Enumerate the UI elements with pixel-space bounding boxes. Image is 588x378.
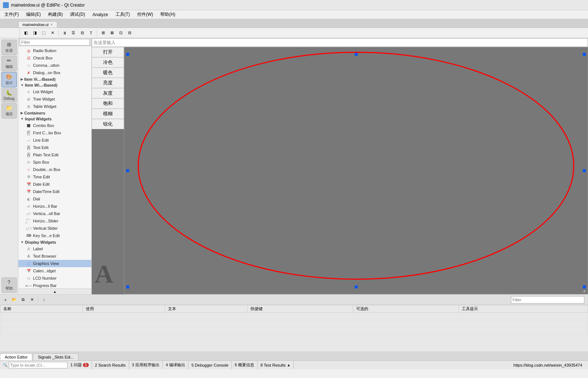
toolbar-btn-2[interactable]: ◨	[31, 29, 39, 37]
toolbar-btn-11[interactable]: ⊡	[117, 29, 125, 37]
widget-item-label[interactable]: Label	[18, 245, 91, 252]
btn-open[interactable]: 打开	[92, 47, 124, 57]
toolbar-btn-10[interactable]: ⊠	[108, 29, 116, 37]
handle-right[interactable]	[583, 169, 586, 172]
tab-signals-slots[interactable]: Signals _Slots Edi...	[33, 353, 78, 360]
widget-item-progressbar[interactable]: Progress Bar	[18, 282, 91, 288]
tab-mainwindow[interactable]: mainwindow.ui ✕	[18, 21, 57, 28]
mode-edit[interactable]: ✏ 编辑	[1, 56, 17, 71]
category-display[interactable]: ▼ Display Widgets	[18, 239, 91, 245]
widget-item-checkbox[interactable]: Check Box	[18, 54, 91, 62]
tab-close-icon[interactable]: ✕	[50, 23, 53, 26]
widget-item-tablewidget[interactable]: Table Widget	[18, 103, 91, 110]
widget-filter-input[interactable]	[20, 39, 90, 46]
toolbar-btn-5[interactable]: ⏸	[61, 29, 69, 37]
category-itemwidget[interactable]: ▼ Item Wi...-Based)	[18, 82, 91, 88]
help-icon: ?	[8, 279, 11, 285]
toolbar-btn-12[interactable]: ⊟	[125, 29, 134, 37]
btn-blur[interactable]: 模糊	[92, 109, 124, 119]
action-new-btn[interactable]: +	[1, 296, 10, 304]
handle-br[interactable]	[583, 286, 586, 288]
mode-design[interactable]: 🎨 设计	[1, 72, 17, 87]
action-up-btn[interactable]: ↑	[40, 296, 48, 304]
widget-item-vslider[interactable]: Vertical Slider	[18, 225, 91, 232]
widget-item-doublespinbox[interactable]: Double...in Box	[18, 166, 91, 173]
widget-item-graphicsview[interactable]: Graphics View	[18, 260, 91, 267]
btn-warm[interactable]: 暖色	[92, 68, 124, 78]
handle-left[interactable]	[126, 169, 129, 172]
widget-item-dialog[interactable]: Dialog...on Box	[18, 69, 91, 76]
category-input[interactable]: ▼ Input Widgets	[18, 116, 91, 122]
widget-item-lineedit[interactable]: Line Edit	[18, 137, 91, 144]
toolbar-btn-4[interactable]: ✕	[48, 29, 56, 37]
menu-edit[interactable]: 编辑(E)	[23, 11, 44, 18]
mode-help[interactable]: ? 帮助	[1, 277, 17, 293]
handle-bottom[interactable]	[355, 286, 358, 288]
action-delete-btn[interactable]: ✕	[28, 296, 36, 304]
action-filter-input[interactable]	[511, 296, 584, 304]
btn-sharpen[interactable]: 锐化	[92, 119, 124, 129]
widget-item-hscrollbar[interactable]: Horizo...ll Bar	[18, 203, 91, 210]
status-url[interactable]: https://blog.csdn.net/weixin_43935474	[511, 361, 585, 369]
btn-brightness[interactable]: 亮度	[92, 78, 124, 88]
tab-action-editor[interactable]: Action Editor	[0, 353, 32, 360]
handle-bl[interactable]	[126, 286, 129, 288]
widget-item-hslider[interactable]: Horizo...Slider	[18, 217, 91, 225]
widget-item-datetimeedit[interactable]: Date/Time Edit	[18, 188, 91, 195]
handle-top[interactable]	[355, 53, 358, 56]
widget-item-spinbox[interactable]: Spin Box	[18, 159, 91, 166]
action-copy-btn[interactable]: ⧉	[19, 296, 27, 304]
widget-item-dial[interactable]: Dial	[18, 195, 91, 203]
menu-tools[interactable]: 工具(T)	[113, 11, 133, 18]
btn-saturation[interactable]: 饱和	[92, 98, 124, 109]
widget-item-textedit[interactable]: Text Edit	[18, 144, 91, 151]
toolbar-btn-8[interactable]: T	[87, 29, 95, 37]
widget-item-textbrowser[interactable]: Text Browser	[18, 252, 91, 260]
menu-analyze[interactable]: Analyze	[90, 11, 111, 18]
mode-project[interactable]: 📁 项目	[1, 103, 17, 119]
mode-welcome[interactable]: ⊞ 欢迎	[1, 40, 17, 55]
status-debugger[interactable]: 5 Debugger Console	[189, 361, 232, 369]
widget-item-lcdnumber[interactable]: LCD Number	[18, 275, 91, 282]
status-app-output[interactable]: 3 应用程序输出	[129, 361, 163, 369]
toolbar-btn-9[interactable]: ⊞	[99, 29, 107, 37]
status-problems[interactable]: 1 问题 5	[67, 361, 92, 369]
menu-build[interactable]: 构建(B)	[45, 11, 66, 18]
widget-item-radio[interactable]: Radio Button	[18, 47, 91, 54]
widget-item-vscrollbar[interactable]: Vertica...oll Bar	[18, 210, 91, 217]
image-area[interactable]	[124, 47, 588, 294]
widget-item-treewidget[interactable]: Tree Widget	[18, 95, 91, 103]
btn-gray[interactable]: 灰度	[92, 88, 124, 98]
canvas-input-field[interactable]	[92, 38, 588, 47]
widget-item-listwidget[interactable]: List Widget	[18, 88, 91, 95]
status-compile[interactable]: 4 编译输出	[163, 361, 189, 369]
widget-item-command[interactable]: Comma...utton	[18, 62, 91, 69]
widget-item-calendar[interactable]: Calen...idget	[18, 267, 91, 275]
handle-tl[interactable]	[126, 53, 129, 56]
toolbar-btn-6[interactable]: ☰	[69, 29, 77, 37]
toolbar-btn-1[interactable]: ◧	[22, 29, 30, 37]
status-test[interactable]: 8 Test Results ▲	[258, 361, 294, 369]
category-containers[interactable]: ▶ Containers	[18, 110, 91, 116]
toolbar-btn-7[interactable]: ⊟	[78, 29, 86, 37]
widget-item-plaintextedit[interactable]: Plain Text Edit	[18, 151, 91, 159]
widget-scroll-up[interactable]: ▲	[18, 288, 91, 294]
action-open-btn[interactable]: 📂	[10, 296, 18, 304]
widget-item-fontcombo[interactable]: Font C...bo Box	[18, 129, 91, 137]
menu-file[interactable]: 文件(F)	[1, 11, 22, 18]
handle-tr[interactable]	[583, 53, 586, 56]
btn-cold[interactable]: 冷色	[92, 57, 124, 68]
menu-help[interactable]: 帮助(H)	[157, 11, 178, 18]
toolbar-btn-3[interactable]: ⬚	[40, 29, 48, 37]
menu-widgets[interactable]: 控件(W)	[134, 11, 156, 18]
widget-item-dateedit[interactable]: Date Edit	[18, 181, 91, 188]
status-search[interactable]: 2 Search Results	[92, 361, 129, 369]
widget-item-combobox[interactable]: Combo Box	[18, 122, 91, 129]
widget-item-keysequence[interactable]: Key Se...e Edit	[18, 232, 91, 239]
mode-debug[interactable]: 🐛 Debug	[1, 88, 17, 102]
status-summary[interactable]: 6 概要信息	[232, 361, 258, 369]
category-itemview[interactable]: ▶ Item Vi...-Based)	[18, 76, 91, 82]
locate-input[interactable]	[9, 362, 67, 368]
menu-debug[interactable]: 调试(D)	[67, 11, 88, 18]
widget-item-timeedit[interactable]: Time Edit	[18, 173, 91, 181]
